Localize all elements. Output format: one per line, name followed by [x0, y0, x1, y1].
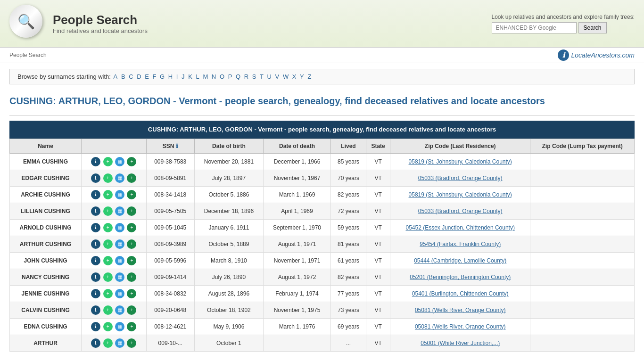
alphabet-letter-f[interactable]: F	[153, 73, 157, 80]
top-search-bar[interactable]: Search	[492, 22, 635, 33]
grid-icon[interactable]: ▦	[115, 157, 124, 166]
grid-icon[interactable]: ▦	[115, 322, 124, 331]
grid-icon[interactable]: ▦	[115, 223, 124, 232]
alphabet-letter-g[interactable]: G	[160, 73, 165, 80]
grid-icon[interactable]: ▦	[115, 256, 124, 265]
info-icon[interactable]: ℹ	[91, 322, 100, 331]
plus-icon[interactable]: +	[127, 190, 136, 199]
add-icon[interactable]: +	[103, 322, 113, 331]
cell-icons[interactable]: ℹ + ▦ +	[82, 253, 147, 269]
alphabet-links[interactable]: A B C D E F G H I J K L M N O P Q R S T …	[113, 73, 313, 80]
add-icon[interactable]: +	[103, 256, 113, 265]
zip-link[interactable]: 05001 (White River Junction,...)	[421, 340, 500, 346]
alphabet-letter-p[interactable]: P	[228, 73, 232, 80]
grid-icon[interactable]: ▦	[115, 206, 124, 216]
cell-icons[interactable]: ℹ + ▦ +	[82, 319, 147, 335]
plus-icon[interactable]: +	[127, 322, 136, 331]
add-icon[interactable]: +	[103, 223, 113, 232]
alphabet-letter-b[interactable]: B	[121, 73, 125, 80]
plus-icon[interactable]: +	[127, 157, 136, 166]
add-icon[interactable]: +	[103, 173, 113, 183]
info-icon[interactable]: ℹ	[91, 190, 100, 199]
zip-link[interactable]: 05819 (St. Johnsbury, Caledonia County)	[409, 158, 512, 165]
alphabet-letter-w[interactable]: W	[283, 73, 289, 80]
grid-icon[interactable]: ▦	[115, 305, 124, 315]
add-icon[interactable]: +	[103, 289, 113, 298]
info-icon[interactable]: ℹ	[91, 239, 100, 249]
alphabet-letter-k[interactable]: K	[188, 73, 192, 80]
plus-icon[interactable]: +	[127, 239, 136, 249]
zip-link[interactable]: 05081 (Wells River, Orange County)	[415, 323, 506, 330]
alphabet-letter-l[interactable]: L	[196, 73, 199, 80]
ssn-info-icon[interactable]: ℹ	[176, 143, 178, 149]
add-icon[interactable]: +	[103, 157, 113, 166]
grid-icon[interactable]: ▦	[115, 289, 124, 298]
info-icon[interactable]: ℹ	[91, 206, 100, 216]
cell-icons[interactable]: ℹ + ▦ +	[82, 203, 147, 220]
google-search-input[interactable]	[492, 22, 577, 33]
cell-zip[interactable]: 05033 (Bradford, Orange County)	[390, 203, 530, 220]
cell-icons[interactable]: ℹ + ▦ +	[82, 154, 147, 170]
alphabet-letter-c[interactable]: C	[129, 73, 133, 80]
cell-icons[interactable]: ℹ + ▦ +	[82, 286, 147, 302]
cell-zip[interactable]: 05033 (Bradford, Orange County)	[390, 170, 530, 187]
plus-icon[interactable]: +	[127, 338, 136, 348]
plus-icon[interactable]: +	[127, 206, 136, 216]
info-icon[interactable]: ℹ	[91, 338, 100, 348]
zip-link[interactable]: 05201 (Bennington, Bennington County)	[410, 274, 511, 280]
alphabet-letter-q[interactable]: Q	[236, 73, 240, 80]
zip-link[interactable]: 05452 (Essex Junction, Chittenden County…	[405, 224, 514, 231]
locate-ancestors-logo[interactable]: ℹ LocateAncestors.com	[558, 49, 635, 61]
grid-icon[interactable]: ▦	[115, 338, 124, 348]
alphabet-letter-v[interactable]: V	[275, 73, 280, 80]
plus-icon[interactable]: +	[127, 272, 136, 282]
alphabet-letter-u[interactable]: U	[267, 73, 272, 80]
info-icon[interactable]: ℹ	[91, 289, 100, 298]
alphabet-letter-x[interactable]: X	[292, 73, 297, 80]
grid-icon[interactable]: ▦	[115, 239, 124, 249]
alphabet-letter-a[interactable]: A	[114, 73, 118, 80]
cell-zip[interactable]: 05819 (St. Johnsbury, Caledonia County)	[390, 187, 530, 203]
cell-icons[interactable]: ℹ + ▦ +	[82, 335, 147, 352]
add-icon[interactable]: +	[103, 272, 113, 282]
cell-zip[interactable]: 05201 (Bennington, Bennington County)	[390, 269, 530, 286]
cell-zip[interactable]: 05081 (Wells River, Orange County)	[390, 302, 530, 319]
cell-icons[interactable]: ℹ + ▦ +	[82, 236, 147, 253]
cell-zip[interactable]: 05401 (Burlington, Chittenden County)	[390, 286, 530, 302]
cell-icons[interactable]: ℹ + ▦ +	[82, 220, 147, 236]
add-icon[interactable]: +	[103, 190, 113, 199]
zip-link[interactable]: 05401 (Burlington, Chittenden County)	[412, 290, 509, 297]
plus-icon[interactable]: +	[127, 223, 136, 232]
cell-zip[interactable]: 05819 (St. Johnsbury, Caledonia County)	[390, 154, 530, 170]
alphabet-letter-d[interactable]: D	[137, 73, 141, 80]
add-icon[interactable]: +	[103, 338, 113, 348]
zip-link[interactable]: 05081 (Wells River, Orange County)	[415, 307, 506, 313]
zip-link[interactable]: 05819 (St. Johnsbury, Caledonia County)	[409, 191, 512, 198]
alphabet-letter-y[interactable]: Y	[300, 73, 304, 80]
grid-icon[interactable]: ▦	[115, 272, 124, 282]
add-icon[interactable]: +	[103, 305, 113, 315]
grid-icon[interactable]: ▦	[115, 173, 124, 183]
search-button[interactable]: Search	[578, 22, 607, 33]
cell-icons[interactable]: ℹ + ▦ +	[82, 170, 147, 187]
alphabet-letter-s[interactable]: S	[252, 73, 256, 80]
info-icon[interactable]: ℹ	[91, 305, 100, 315]
plus-icon[interactable]: +	[127, 289, 136, 298]
plus-icon[interactable]: +	[127, 305, 136, 315]
grid-icon[interactable]: ▦	[115, 190, 124, 199]
alphabet-letter-z[interactable]: Z	[307, 73, 311, 80]
cell-icons[interactable]: ℹ + ▦ +	[82, 269, 147, 286]
cell-zip[interactable]: 95454 (Fairfax, Franklin County)	[390, 236, 530, 253]
plus-icon[interactable]: +	[127, 173, 136, 183]
zip-link[interactable]: 95454 (Fairfax, Franklin County)	[420, 241, 501, 247]
info-icon[interactable]: ℹ	[91, 272, 100, 282]
cell-zip[interactable]: 05452 (Essex Junction, Chittenden County…	[390, 220, 530, 236]
add-icon[interactable]: +	[103, 206, 113, 216]
cell-icons[interactable]: ℹ + ▦ +	[82, 187, 147, 203]
alphabet-letter-t[interactable]: T	[260, 73, 264, 80]
info-icon[interactable]: ℹ	[91, 223, 100, 232]
alphabet-letter-h[interactable]: H	[168, 73, 173, 80]
cell-icons[interactable]: ℹ + ▦ +	[82, 302, 147, 319]
alphabet-letter-i[interactable]: I	[176, 73, 178, 80]
alphabet-letter-r[interactable]: R	[244, 73, 248, 80]
